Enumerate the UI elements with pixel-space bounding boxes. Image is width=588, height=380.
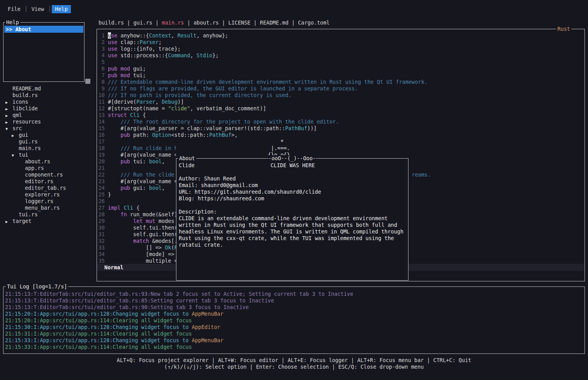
code-text: [] => Ok(R — [108, 244, 178, 251]
code-line-14[interactable]: 14 /// The root directory for the projec… — [98, 118, 584, 125]
explorer-item-tui.rs[interactable]: tui.rs — [3, 211, 95, 218]
explorer-item-main.rs[interactable]: main.rs — [3, 145, 95, 152]
explorer-item-tui[interactable]: ▼tui — [3, 152, 95, 158]
chevron-right-icon[interactable]: ▶ — [5, 119, 12, 125]
scrollbar-thumb[interactable] — [85, 79, 90, 84]
line-number: 22 — [98, 171, 105, 178]
chevron-right-icon[interactable]: ▶ — [5, 112, 12, 119]
code-line-12[interactable]: 12#[structopt(name = "clide", verbatim_d… — [98, 105, 584, 112]
explorer-item-target[interactable]: ▶target — [3, 218, 95, 224]
code-line-13[interactable]: 13struct Cli { — [98, 112, 584, 118]
line-number: 16 — [98, 132, 105, 138]
code-text: #[structopt(name = "clide", verbatim_doc… — [108, 105, 266, 112]
help-bar-line-2: (↑/k)/(↓/j): Select option | Enter: Choo… — [0, 364, 588, 370]
code-text: fn run_mode(&self) — [108, 211, 178, 218]
code-line-1[interactable]: 1use anyhow::{Context, Result, anyhow}; — [98, 32, 584, 39]
chevron-right-icon[interactable]: ▶ — [5, 218, 12, 225]
line-number: 26 — [98, 198, 105, 205]
tab-about.rs[interactable]: about.rs — [194, 19, 219, 26]
code-line-8[interactable]: 8/// Extendable command-line driven deve… — [98, 79, 584, 85]
line-number: 3 — [98, 46, 105, 52]
code-text: self.gui.then( — [108, 231, 178, 238]
explorer-item-qml[interactable]: ▶qml — [3, 112, 95, 118]
explorer-item-label: libclide — [12, 105, 38, 111]
chevron-down-icon[interactable]: ▼ — [12, 152, 19, 159]
tab-main.rs[interactable]: main.rs — [162, 19, 184, 26]
tab-gui.rs[interactable]: gui.rs — [133, 19, 152, 26]
tab-LICENSE[interactable]: LICENSE — [228, 19, 250, 26]
chevron-right-icon[interactable]: ▶ — [5, 99, 12, 106]
explorer-item-resources[interactable]: ▶resources — [3, 118, 95, 125]
clide-app-window: File│View│Help Help >> About README.mdbu… — [0, 0, 588, 380]
code-text: struct Cli { — [108, 112, 146, 118]
explorer-item-logger.rs[interactable]: logger.rs — [3, 198, 95, 205]
line-number: 23 — [98, 178, 105, 185]
tab-separator: | — [152, 19, 162, 26]
chevron-right-icon[interactable]: ▶ — [12, 132, 19, 139]
code-line-7[interactable]: 7pub mod tui; — [98, 72, 584, 79]
code-text: #[derive(Parser, Debug)] — [108, 99, 184, 105]
code-line-3[interactable]: 3use log::{info, trace}; — [98, 46, 584, 52]
explorer-item-editor_tab.rs[interactable]: editor_tab.rs — [3, 185, 95, 191]
explorer-item-gui[interactable]: ▶gui — [3, 132, 95, 138]
editor-tab-bar: build.rs | gui.rs | main.rs | about.rs |… — [99, 19, 329, 26]
code-line-5[interactable]: 5 — [98, 59, 584, 65]
log-entry-target: AppMenuBar — [192, 337, 224, 343]
tab-README.md[interactable]: README.md — [260, 19, 289, 26]
help-dropdown-title: Help — [5, 19, 20, 26]
menu-item-about[interactable]: >> About — [4, 26, 83, 33]
chevron-right-icon[interactable]: ▶ — [5, 106, 12, 112]
explorer-item-label: src — [12, 125, 22, 131]
code-line-16[interactable]: 16 pub path: Option<std::path::PathBuf>, — [98, 132, 584, 138]
line-number: 7 — [98, 72, 105, 79]
explorer-item-app.rs[interactable]: app.rs — [3, 165, 95, 171]
log-entry: 21:15:31:I:App:src/tui/app.rs:114:Cleari… — [5, 331, 584, 337]
explorer-item-label: app.rs — [25, 165, 44, 171]
menu-help[interactable]: Help — [52, 5, 71, 13]
explorer-item-libclide[interactable]: ▶libclide — [3, 105, 95, 112]
explorer-item-icons[interactable]: ▶icons — [3, 99, 95, 105]
tab-build.rs[interactable]: build.rs — [99, 19, 124, 26]
explorer-item-component.rs[interactable]: component.rs — [3, 171, 95, 178]
code-text: pub tui: bool, — [108, 158, 165, 165]
code-text: let mut modes — [108, 218, 174, 224]
explorer-item-src[interactable]: ▼src — [3, 125, 95, 132]
help-dropdown-panel: Help >> About — [3, 22, 85, 82]
explorer-item-label: gui — [19, 132, 28, 138]
tab-separator: | — [184, 19, 194, 26]
explorer-item-menu_bar.rs[interactable]: menu_bar.rs — [3, 205, 95, 211]
explorer-item-explorer.rs[interactable]: explorer.rs — [3, 191, 95, 198]
log-panel-title: Tui Log [log=1.7/s] — [6, 283, 68, 290]
code-text: /// Extendable command-line driven devel… — [108, 79, 428, 85]
explorer-item-label: component.rs — [25, 171, 63, 178]
explorer-item-README.md[interactable]: README.md — [3, 85, 95, 92]
log-entry: 21:15:33:I:App:src/tui/app.rs:128:Changi… — [5, 337, 584, 344]
code-line-15[interactable]: 15 #[arg(value_parser = clap::value_pars… — [98, 125, 584, 132]
menu-file[interactable]: File — [5, 5, 24, 13]
code-line-11[interactable]: 11#[derive(Parser, Debug)] — [98, 99, 584, 105]
code-text: #[arg(value_name = — [108, 178, 178, 185]
code-text: #[arg(value_parser = clap::value_parser!… — [108, 125, 317, 132]
explorer-item-build.rs[interactable]: build.rs — [3, 92, 95, 99]
code-line-4[interactable]: 4use std::process::{Command, Stdio}; — [98, 52, 584, 59]
chevron-down-icon[interactable]: ▼ — [5, 125, 12, 132]
code-line-9[interactable]: 9/// If no flags are provided, the GUI e… — [98, 85, 584, 92]
explorer-item-editor.rs[interactable]: editor.rs — [3, 178, 95, 185]
explorer-item-gui.rs[interactable]: gui.rs — [3, 138, 95, 145]
code-line-2[interactable]: 2use clap::Parser; — [98, 39, 584, 46]
explorer-item-label: logger.rs — [25, 198, 53, 204]
code-line-6[interactable]: 6pub mod gui; — [98, 65, 584, 72]
menu-separator: │ — [24, 6, 28, 12]
menu-view[interactable]: View — [28, 5, 48, 13]
line-number: 12 — [98, 105, 105, 112]
code-text: /// Run clide in h — [108, 145, 178, 152]
explorer-item-label: target — [12, 218, 32, 224]
code-line-10[interactable]: 10/// If no path is provided, the curren… — [98, 92, 584, 99]
explorer-item-about.rs[interactable]: about.rs — [3, 158, 95, 165]
language-badge: Rust — [556, 26, 571, 32]
line-number: 19 — [98, 152, 105, 158]
explorer-item-label: tui — [19, 152, 28, 158]
tab-Cargo.toml[interactable]: Cargo.toml — [298, 19, 329, 26]
line-number: 31 — [98, 231, 105, 238]
about-popup: * |.===. {}o o{} About -ooO--(_)--Ooo- C… — [176, 138, 408, 281]
